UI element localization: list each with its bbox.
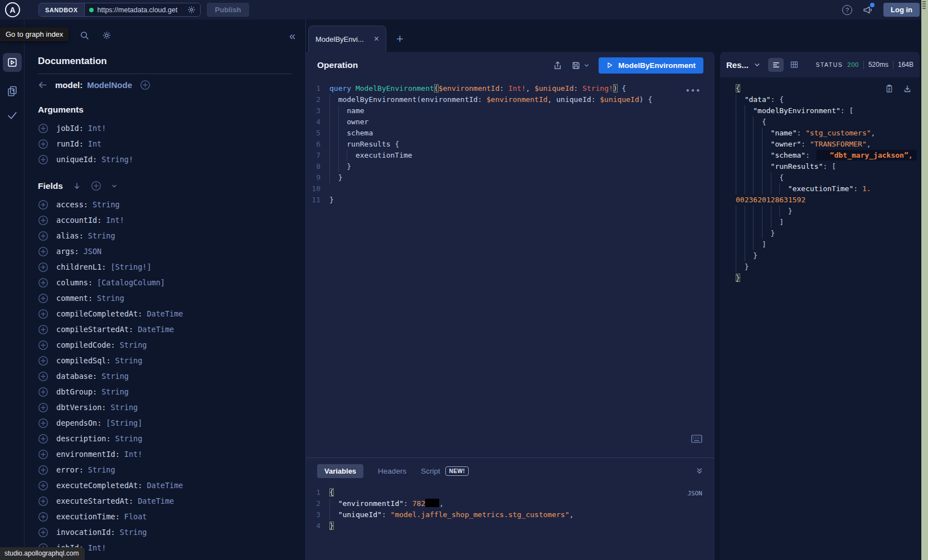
- doc-field-row[interactable]: args:JSON: [38, 244, 292, 259]
- add-field-icon[interactable]: [38, 324, 48, 335]
- doc-field-row[interactable]: uniqueId:String!: [38, 152, 292, 167]
- field-type[interactable]: [String!]: [110, 262, 151, 271]
- add-field-icon[interactable]: [38, 199, 48, 210]
- field-type[interactable]: String: [101, 372, 129, 381]
- add-field-icon[interactable]: [38, 231, 48, 241]
- field-type[interactable]: Int!: [124, 450, 143, 459]
- add-field-icon[interactable]: [38, 262, 48, 272]
- doc-field-row[interactable]: executeStartedAt:DateTime: [38, 493, 292, 509]
- field-type[interactable]: [String]: [106, 418, 142, 427]
- response-dropdown-chevron-icon[interactable]: [754, 61, 761, 69]
- add-to-query-icon[interactable]: [140, 80, 150, 90]
- tab-close-icon[interactable]: ×: [374, 35, 379, 43]
- doc-field-row[interactable]: childrenL1:[String!]: [38, 259, 292, 275]
- field-type[interactable]: Int!: [88, 124, 106, 133]
- doc-field-row[interactable]: dbtVersion:String: [38, 400, 292, 415]
- save-options-chevron-icon[interactable]: [584, 62, 590, 69]
- field-type[interactable]: Int!: [88, 543, 106, 552]
- doc-field-row[interactable]: access:String: [38, 197, 292, 212]
- add-field-icon[interactable]: [38, 402, 48, 413]
- doc-field-row[interactable]: dependsOn:[String]: [38, 415, 292, 431]
- field-type[interactable]: String: [115, 356, 143, 365]
- field-type[interactable]: String!: [101, 155, 133, 164]
- add-field-icon[interactable]: [38, 309, 48, 319]
- endpoint-input[interactable]: https://metadata.cloud.get: [85, 3, 200, 16]
- table-view-button[interactable]: [790, 60, 799, 69]
- add-field-icon[interactable]: [38, 465, 48, 475]
- add-field-icon[interactable]: [38, 215, 48, 226]
- tab-script-group[interactable]: Script NEW!: [421, 466, 469, 476]
- doc-field-row[interactable]: compiledCode:String: [38, 337, 292, 353]
- add-field-icon[interactable]: [38, 356, 48, 366]
- announcements-icon[interactable]: [863, 5, 873, 15]
- field-type[interactable]: String: [115, 434, 143, 443]
- apollo-logo[interactable]: A: [5, 2, 20, 17]
- field-type-link[interactable]: ModelNode: [87, 80, 132, 90]
- publish-button[interactable]: Publish: [207, 3, 250, 17]
- operation-editor[interactable]: ••• 1query ModelByEnvironment($environme…: [306, 79, 715, 457]
- add-field-icon[interactable]: [38, 387, 48, 397]
- tab-modelbyenvironment[interactable]: ModelByEnvi... ×: [308, 26, 386, 52]
- doc-field-row[interactable]: executeCompletedAt:DateTime: [38, 478, 292, 493]
- add-field-icon[interactable]: [38, 449, 48, 460]
- download-response-icon[interactable]: [903, 84, 912, 93]
- field-type[interactable]: String: [101, 387, 129, 396]
- add-field-icon[interactable]: [38, 527, 48, 538]
- doc-field-row[interactable]: environmentId:Int!: [38, 446, 292, 462]
- doc-field-row[interactable]: runId:Int: [38, 136, 292, 152]
- save-operation-icon[interactable]: [571, 61, 581, 70]
- field-type[interactable]: String: [120, 528, 147, 537]
- collapse-variables-icon[interactable]: [696, 467, 703, 475]
- tree-view-button[interactable]: [768, 58, 784, 72]
- doc-field-row[interactable]: alias:String: [38, 228, 292, 244]
- field-type[interactable]: DateTime: [147, 309, 183, 318]
- field-type[interactable]: Int: [88, 139, 101, 148]
- field-type[interactable]: String: [93, 200, 120, 209]
- response-body[interactable]: {"data": {"modelByEnvironment": [{"name"…: [720, 77, 920, 560]
- collapse-panel-icon[interactable]: «: [289, 30, 295, 41]
- login-button[interactable]: Log in: [883, 3, 920, 17]
- copy-response-icon[interactable]: [885, 84, 893, 93]
- field-type[interactable]: String: [88, 465, 115, 474]
- sort-fields-icon[interactable]: [72, 182, 81, 191]
- doc-field-row[interactable]: comment:String: [38, 290, 292, 306]
- doc-field-row[interactable]: compileStartedAt:DateTime: [38, 322, 292, 337]
- tab-headers[interactable]: Headers: [378, 467, 406, 475]
- field-type[interactable]: DateTime: [138, 496, 174, 505]
- add-field-icon[interactable]: [38, 434, 48, 444]
- collections-nav-icon[interactable]: [7, 85, 18, 96]
- add-field-icon[interactable]: [38, 277, 48, 288]
- tab-script[interactable]: Script: [421, 467, 440, 475]
- add-field-icon[interactable]: [38, 123, 48, 134]
- field-type[interactable]: String: [120, 340, 147, 349]
- field-type[interactable]: DateTime: [147, 481, 183, 490]
- tab-variables[interactable]: Variables: [317, 464, 363, 478]
- doc-field-row[interactable]: executionTime:Float: [38, 509, 292, 524]
- field-type[interactable]: DateTime: [138, 325, 174, 334]
- fields-options-chevron-icon[interactable]: [111, 183, 118, 189]
- add-field-icon[interactable]: [38, 139, 48, 149]
- add-field-icon[interactable]: [38, 340, 48, 350]
- doc-field-row[interactable]: database:String: [38, 368, 292, 384]
- settings-gear-icon[interactable]: [102, 31, 111, 40]
- editor-overflow-menu[interactable]: •••: [686, 85, 701, 96]
- field-type[interactable]: String: [97, 294, 124, 303]
- help-icon[interactable]: ?: [842, 5, 852, 15]
- doc-field-row[interactable]: description:String: [38, 431, 292, 446]
- field-type[interactable]: Int!: [106, 216, 124, 225]
- add-field-icon[interactable]: [38, 480, 48, 491]
- doc-field-row[interactable]: invocationId:String: [38, 524, 292, 540]
- checks-nav-icon[interactable]: [7, 110, 18, 121]
- endpoint-settings-icon[interactable]: [187, 6, 196, 14]
- doc-field-row[interactable]: jobId:Int!: [38, 120, 292, 136]
- add-field-icon[interactable]: [38, 293, 48, 304]
- keyboard-shortcuts-icon[interactable]: [691, 435, 702, 443]
- doc-field-row[interactable]: compiledSql:String: [38, 353, 292, 368]
- back-arrow-icon[interactable]: [38, 80, 47, 90]
- add-field-icon[interactable]: [38, 418, 48, 428]
- add-field-icon[interactable]: [38, 246, 48, 257]
- field-type[interactable]: [CatalogColumn]: [97, 278, 165, 287]
- doc-field-row[interactable]: compileCompletedAt:DateTime: [38, 306, 292, 322]
- new-tab-button[interactable]: +: [396, 33, 404, 52]
- doc-field-row[interactable]: columns:[CatalogColumn]: [38, 275, 292, 290]
